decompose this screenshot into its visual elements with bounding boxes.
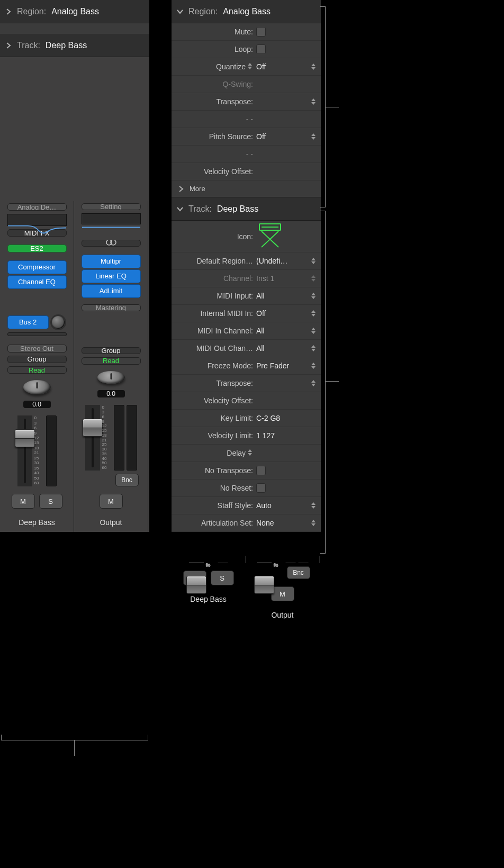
track-header[interactable]: Track: Deep Bass	[172, 197, 321, 221]
audio-fx-slot[interactable]: AdLimit	[82, 284, 141, 298]
loop-label: Loop:	[172, 45, 256, 53]
solo-button[interactable]: S	[211, 571, 234, 585]
keyboard-stand-icon[interactable]	[256, 223, 284, 250]
stepper-icon[interactable]	[311, 310, 317, 317]
audio-fx-slot[interactable]: Compressor	[7, 260, 67, 274]
midi-input-value[interactable]: All	[256, 292, 265, 300]
track-header-value: Deep Bass	[217, 204, 258, 214]
quantize-label: Quantize	[172, 62, 256, 71]
midi-out-channel-label: MIDI Out Chan…	[172, 344, 256, 352]
stepper-icon[interactable]	[311, 258, 317, 264]
strip-name: Deep Bass	[19, 518, 55, 527]
stepper-icon[interactable]	[311, 98, 317, 105]
stereo-icon	[105, 240, 118, 247]
stepper-icon[interactable]	[311, 345, 317, 351]
key-limit-value[interactable]: C-2 G8	[256, 414, 280, 422]
callout-tick	[74, 740, 75, 756]
stereo-slot[interactable]	[82, 240, 141, 247]
automation-mode[interactable]: Read	[82, 357, 141, 364]
default-region-label: Default Region…	[172, 257, 256, 265]
track-header-label: Track:	[188, 204, 212, 214]
right-panel: Region: Analog Bass Mute: Loop: Quantize…	[172, 0, 321, 532]
stepper-icon[interactable]	[311, 520, 317, 526]
setting-slot[interactable]: Analog De…	[7, 203, 67, 211]
solo-button[interactable]: S	[39, 494, 62, 509]
strip-name: Output	[271, 611, 293, 619]
mute-button[interactable]: M	[12, 494, 35, 509]
volume-fader[interactable]	[189, 562, 204, 563]
region-header-value: Analog Bass	[223, 7, 271, 16]
qswing-label: Q-Swing:	[172, 80, 256, 88]
no-transpose-label: No Transpose:	[172, 466, 256, 475]
bounce-button[interactable]: Bnc	[115, 474, 139, 486]
volume-fader[interactable]	[85, 405, 100, 471]
callout-bracket	[1, 740, 148, 740]
automation-mode[interactable]: Read	[7, 366, 67, 374]
no-transpose-checkbox[interactable]	[256, 466, 266, 475]
stepper-icon[interactable]	[311, 293, 317, 299]
region-header[interactable]: Region: Analog Bass	[0, 0, 149, 23]
pitchsource-label: Pitch Source:	[172, 132, 256, 141]
chevron-down-icon	[177, 8, 183, 15]
stepper-icon[interactable]	[311, 363, 317, 369]
group-slot[interactable]: Group	[82, 347, 141, 354]
stepper-icon[interactable]	[311, 502, 317, 509]
stepper-icon[interactable]	[311, 133, 317, 140]
stepper-icon	[311, 275, 317, 282]
internal-midi-value[interactable]: Off	[256, 309, 266, 318]
left-panel: Region: Analog Bass Track: Deep Bass Ana…	[0, 0, 149, 532]
balance-knob[interactable]	[97, 371, 125, 384]
mastering-slot[interactable]: Mastering	[82, 304, 141, 311]
fader-scale: 036912151821253035405060	[34, 415, 44, 486]
pan-value[interactable]: 0.0	[97, 390, 125, 397]
freeze-mode-value[interactable]: Pre Fader	[256, 361, 289, 370]
instrument-slot[interactable]: ES2	[7, 245, 67, 252]
quantize-value[interactable]: Off	[256, 62, 266, 71]
level-meter	[218, 562, 228, 563]
pan-knob[interactable]	[23, 380, 51, 394]
more-disclosure[interactable]: More	[172, 180, 321, 197]
audio-fx-slot[interactable]: Channel EQ	[7, 275, 67, 289]
articulation-set-value[interactable]: None	[256, 519, 274, 527]
midi-out-channel-value[interactable]: All	[256, 344, 265, 352]
midi-in-channel-value[interactable]: All	[256, 327, 265, 335]
send-level-knob[interactable]	[52, 316, 65, 329]
transpose-label: Transpose:	[172, 379, 256, 387]
loop-checkbox[interactable]	[256, 44, 266, 54]
send-level-bar[interactable]	[7, 332, 67, 336]
dash-row: - -	[172, 150, 256, 158]
stepper-icon[interactable]	[311, 380, 317, 386]
default-region-value[interactable]: (Undefi…	[256, 257, 287, 265]
eq-thumbnail[interactable]	[7, 214, 67, 226]
setting-slot[interactable]: Setting	[82, 203, 141, 210]
output-slot[interactable]: Stereo Out	[7, 345, 67, 352]
mute-label: Mute:	[172, 28, 256, 36]
region-header[interactable]: Region: Analog Bass	[172, 0, 321, 23]
eq-thumbnail[interactable]	[82, 213, 141, 224]
volume-fader[interactable]	[17, 415, 32, 486]
no-reset-checkbox[interactable]	[256, 483, 266, 493]
mute-button[interactable]: M	[100, 494, 123, 509]
audio-fx-slot[interactable]: Multipr	[82, 255, 141, 268]
track-header[interactable]: Track: Deep Bass	[0, 34, 149, 57]
callout-bracket	[325, 211, 326, 554]
chevron-right-icon	[5, 8, 12, 15]
send-slot[interactable]: Bus 2	[7, 315, 49, 329]
no-reset-label: No Reset:	[172, 484, 256, 492]
chevron-right-icon	[5, 42, 12, 49]
channel-strip: 036912151821253035405060 M S Deep Bass	[172, 556, 246, 563]
group-slot[interactable]: Group	[7, 356, 67, 363]
channel-strip: Setting Multipr Linear EQ AdLimit Master…	[74, 201, 148, 532]
icon-label: Icon:	[172, 232, 256, 241]
velocity-limit-value[interactable]: 1 127	[256, 431, 275, 440]
pitchsource-value[interactable]: Off	[256, 132, 266, 141]
stepper-icon[interactable]	[311, 64, 317, 70]
mute-checkbox[interactable]	[256, 27, 266, 37]
pan-value[interactable]: 0.0	[23, 401, 51, 408]
volume-fader[interactable]	[257, 562, 272, 563]
audio-fx-slot[interactable]: Linear EQ	[82, 269, 141, 283]
staff-style-value[interactable]: Auto	[256, 501, 272, 510]
bounce-button[interactable]: Bnc	[287, 566, 310, 579]
mute-button[interactable]: M	[271, 586, 294, 601]
stepper-icon[interactable]	[311, 328, 317, 334]
